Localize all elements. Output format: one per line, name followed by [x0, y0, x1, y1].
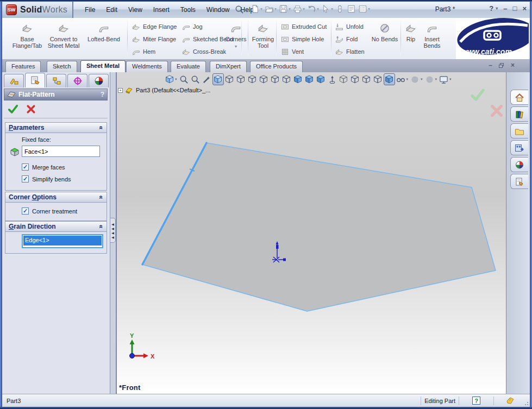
- view-settings-dropdown-icon[interactable]: ▾: [449, 77, 452, 81]
- panel-help-button[interactable]: ?: [101, 91, 104, 98]
- edit-appearance-icon[interactable]: [409, 73, 421, 85]
- merge-faces-checkbox[interactable]: ✓ Merge faces: [22, 163, 65, 171]
- new-document-button[interactable]: ▾: [250, 4, 263, 14]
- normal-to-icon[interactable]: [327, 73, 338, 85]
- confirmation-cancel-icon[interactable]: [490, 104, 504, 120]
- close-button[interactable]: ×: [522, 4, 527, 12]
- open-dropdown-icon[interactable]: ▾: [274, 7, 277, 11]
- corners-dropdown-icon[interactable]: ▾: [235, 43, 237, 50]
- no-bends-button[interactable]: No Bends: [370, 21, 400, 42]
- simplify-bends-checkbox[interactable]: ✓ Simplify bends: [22, 175, 71, 183]
- forming-tool-button[interactable]: Forming Tool: [250, 21, 276, 49]
- collapse-chevron-icon[interactable]: «: [98, 126, 105, 130]
- merge-faces-checkbox-box[interactable]: ✓: [22, 163, 29, 171]
- corner-treatment-checkbox[interactable]: ✓ Corner treatment: [22, 207, 77, 215]
- apply-scene-2-icon[interactable]: [424, 73, 435, 85]
- parameters-group-header[interactable]: Parameters «: [5, 122, 107, 133]
- options-button[interactable]: ▾: [358, 4, 371, 14]
- configuration-manager-tab[interactable]: [46, 74, 66, 87]
- select-dropdown-icon[interactable]: ▾: [331, 7, 333, 11]
- open-button[interactable]: ▾: [264, 4, 277, 14]
- dimxpert-manager-tab[interactable]: [67, 74, 87, 87]
- top-view-icon[interactable]: [270, 73, 281, 85]
- tab-features[interactable]: Features: [5, 61, 41, 72]
- display-manager-tab[interactable]: [89, 74, 109, 87]
- tab-dimxpert[interactable]: DimXpert: [210, 61, 247, 72]
- right-view-icon[interactable]: [258, 73, 270, 85]
- grain-direction-listbox[interactable]: Edge<1>: [22, 234, 103, 248]
- insert-bends-button[interactable]: Insert Bends: [420, 21, 445, 49]
- print-button[interactable]: ▾: [292, 4, 305, 14]
- left-view-icon[interactable]: [247, 73, 258, 85]
- flat-pattern-face[interactable]: [142, 143, 496, 311]
- status-help-icon[interactable]: ?: [472, 397, 480, 405]
- hidden-lines-visible-icon[interactable]: [349, 73, 361, 85]
- menu-view[interactable]: View: [123, 4, 148, 16]
- ok-button[interactable]: [8, 104, 18, 117]
- hide-show-dropdown-icon[interactable]: ▾: [406, 77, 409, 81]
- document-close-button[interactable]: ×: [511, 61, 515, 69]
- jog-button[interactable]: Jog: [181, 21, 203, 32]
- toggle-selection-button[interactable]: [335, 4, 345, 14]
- help-dropdown-icon[interactable]: ▾: [496, 6, 498, 11]
- collapse-chevron-icon[interactable]: «: [98, 196, 105, 199]
- grain-direction-group-header[interactable]: Grain Direction «: [5, 221, 107, 232]
- select-button[interactable]: ▾: [321, 4, 334, 14]
- graphics-area[interactable]: Y X ▾: [117, 72, 506, 394]
- print-dropdown-icon[interactable]: ▾: [303, 7, 305, 11]
- view-palette-tab[interactable]: [510, 140, 528, 155]
- isometric-view-icon[interactable]: [292, 73, 304, 85]
- solidworks-resources-tab[interactable]: [510, 90, 528, 105]
- file-explorer-tab[interactable]: [510, 123, 528, 139]
- corner-options-group-header[interactable]: Corner Options «: [5, 192, 107, 203]
- view-settings-icon[interactable]: [438, 73, 449, 85]
- hidden-lines-removed-icon[interactable]: [361, 73, 372, 85]
- zoom-to-area-icon[interactable]: [190, 73, 201, 85]
- tab-weldments[interactable]: Weldments: [126, 61, 168, 72]
- menu-file[interactable]: File: [79, 4, 101, 16]
- flatten-button[interactable]: Flatten: [335, 46, 365, 57]
- apply-scene-icon[interactable]: [164, 73, 175, 85]
- dimetric-view-icon[interactable]: [304, 73, 315, 85]
- tree-part-label[interactable]: Part3 (Default<<Default>_...: [136, 87, 210, 93]
- shaded-with-edges-icon[interactable]: [384, 73, 395, 85]
- wireframe-icon[interactable]: [372, 73, 384, 85]
- tab-evaluate[interactable]: Evaluate: [171, 61, 206, 72]
- cross-break-button[interactable]: Cross-Break: [181, 46, 226, 57]
- unfold-button[interactable]: Unfold: [335, 21, 364, 32]
- miter-flange-button[interactable]: Miter Flange: [132, 34, 176, 45]
- trimetric-view-icon[interactable]: [315, 73, 327, 85]
- panel-collapse-handle[interactable]: ◀ ◀ ◀ ◀: [110, 218, 116, 243]
- resize-grip[interactable]: [522, 399, 529, 406]
- hide-show-items-icon[interactable]: [395, 73, 406, 85]
- property-manager-tab[interactable]: [25, 73, 45, 87]
- new-document-dropdown-icon[interactable]: ▾: [260, 7, 262, 11]
- extruded-cut-button[interactable]: Extruded Cut: [280, 21, 327, 32]
- convert-to-sheet-metal-button[interactable]: Convert to Sheet Metal: [47, 21, 80, 49]
- custom-properties-tab[interactable]: [510, 174, 528, 189]
- options-dropdown-icon[interactable]: ▾: [368, 7, 370, 11]
- fold-button[interactable]: Fold: [335, 34, 358, 45]
- tab-office-products[interactable]: Office Products: [250, 61, 303, 72]
- menu-window[interactable]: Window: [201, 4, 235, 16]
- simplify-bends-checkbox-box[interactable]: ✓: [22, 175, 29, 183]
- document-minimize-button[interactable]: –: [489, 61, 492, 69]
- save-button[interactable]: ▾: [278, 4, 291, 14]
- collapse-chevron-icon[interactable]: «: [98, 225, 105, 229]
- vent-button[interactable]: Vent: [280, 46, 304, 57]
- zoom-to-fit-icon[interactable]: [178, 73, 190, 85]
- properties-button[interactable]: [346, 4, 356, 14]
- tab-sketch[interactable]: Sketch: [47, 61, 77, 72]
- help-button[interactable]: ?: [489, 4, 493, 12]
- rip-button[interactable]: Rip: [402, 21, 420, 42]
- panel-splitter[interactable]: ◀ ◀ ◀ ◀: [110, 72, 117, 394]
- cancel-button[interactable]: [26, 104, 36, 116]
- save-dropdown-icon[interactable]: ▾: [289, 7, 291, 11]
- search-icon[interactable]: [235, 5, 244, 16]
- menu-edit[interactable]: Edit: [101, 4, 123, 16]
- minimize-button[interactable]: –: [503, 4, 507, 12]
- corner-treatment-checkbox-box[interactable]: ✓: [22, 207, 29, 215]
- view-orientation-icon[interactable]: [212, 73, 224, 85]
- maximize-button[interactable]: □: [513, 4, 517, 12]
- confirmation-ok-icon[interactable]: [470, 87, 485, 105]
